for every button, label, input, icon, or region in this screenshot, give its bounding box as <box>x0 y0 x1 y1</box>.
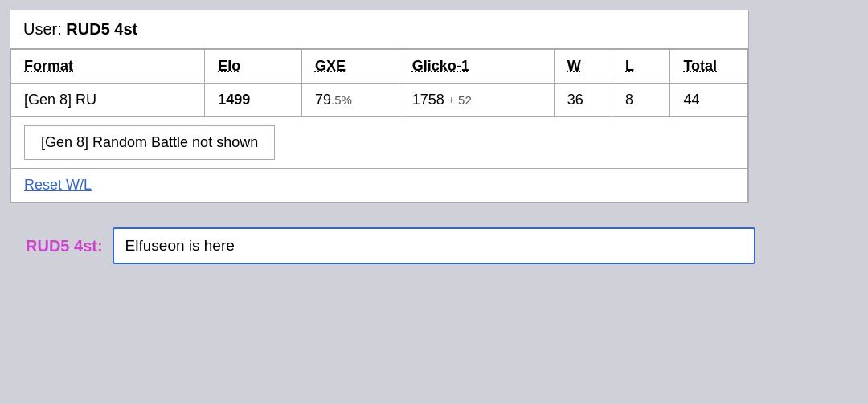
table-row: [Gen 8] RU 1499 79.5% 1758 ± 52 36 8 44 <box>11 84 748 117</box>
chat-username: RUD5 4st: <box>26 237 103 255</box>
cell-w: 36 <box>554 84 612 117</box>
reset-cell: Reset W/L <box>11 169 748 202</box>
table-header-row: Format Elo GXE Glicko-1 W L Total <box>11 50 748 84</box>
chat-area: RUD5 4st: <box>10 227 858 264</box>
col-header-total: Total <box>670 50 748 84</box>
col-header-elo: Elo <box>205 50 302 84</box>
glicko-pm: ± 52 <box>448 93 472 107</box>
gxe-decimal: .5% <box>331 93 352 107</box>
glicko-main: 1758 <box>412 92 444 108</box>
stats-container: User: RUD5 4st Format Elo GXE Glicko-1 W… <box>10 10 749 203</box>
col-header-l: L <box>612 50 670 84</box>
col-header-format: Format <box>11 50 205 84</box>
reset-row: Reset W/L <box>11 169 748 202</box>
col-header-gxe: GXE <box>301 50 399 84</box>
user-header: User: RUD5 4st <box>10 10 748 49</box>
cell-format: [Gen 8] RU <box>11 84 205 117</box>
stats-table: Format Elo GXE Glicko-1 W L Total [Gen 8… <box>10 49 748 202</box>
chat-input[interactable] <box>113 227 755 264</box>
col-header-glicko: Glicko-1 <box>399 50 554 84</box>
reset-wl-link[interactable]: Reset W/L <box>24 177 92 193</box>
cell-elo: 1499 <box>205 84 302 117</box>
col-header-w: W <box>554 50 612 84</box>
not-shown-row: [Gen 8] Random Battle not shown <box>11 117 748 169</box>
cell-l: 8 <box>612 84 670 117</box>
cell-total: 44 <box>670 84 748 117</box>
username: RUD5 4st <box>66 20 137 38</box>
not-shown-box: [Gen 8] Random Battle not shown <box>24 125 275 160</box>
gxe-main: 79 <box>315 92 331 108</box>
cell-glicko: 1758 ± 52 <box>399 84 554 117</box>
user-prefix: User: <box>23 20 66 38</box>
cell-gxe: 79.5% <box>301 84 399 117</box>
not-shown-cell: [Gen 8] Random Battle not shown <box>11 117 748 169</box>
